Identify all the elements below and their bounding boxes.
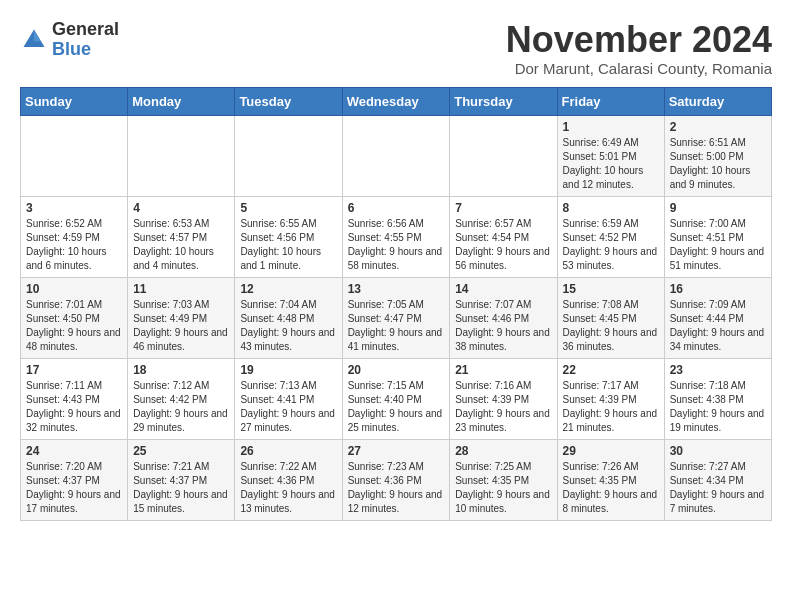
day-number: 20 (348, 363, 445, 377)
page-header: General Blue November 2024 Dor Marunt, C… (20, 20, 772, 77)
day-number: 10 (26, 282, 122, 296)
day-number: 14 (455, 282, 551, 296)
calendar-cell: 10Sunrise: 7:01 AM Sunset: 4:50 PM Dayli… (21, 277, 128, 358)
calendar-table: SundayMondayTuesdayWednesdayThursdayFrid… (20, 87, 772, 521)
calendar-week-row: 17Sunrise: 7:11 AM Sunset: 4:43 PM Dayli… (21, 358, 772, 439)
day-number: 25 (133, 444, 229, 458)
day-info: Sunrise: 7:04 AM Sunset: 4:48 PM Dayligh… (240, 298, 336, 354)
calendar-cell: 4Sunrise: 6:53 AM Sunset: 4:57 PM Daylig… (128, 196, 235, 277)
day-number: 24 (26, 444, 122, 458)
day-number: 28 (455, 444, 551, 458)
day-info: Sunrise: 6:57 AM Sunset: 4:54 PM Dayligh… (455, 217, 551, 273)
calendar-cell: 15Sunrise: 7:08 AM Sunset: 4:45 PM Dayli… (557, 277, 664, 358)
logo-icon (20, 26, 48, 54)
day-number: 11 (133, 282, 229, 296)
calendar-cell (21, 115, 128, 196)
day-info: Sunrise: 7:23 AM Sunset: 4:36 PM Dayligh… (348, 460, 445, 516)
day-info: Sunrise: 7:16 AM Sunset: 4:39 PM Dayligh… (455, 379, 551, 435)
col-header-tuesday: Tuesday (235, 87, 342, 115)
calendar-cell: 28Sunrise: 7:25 AM Sunset: 4:35 PM Dayli… (450, 439, 557, 520)
day-number: 16 (670, 282, 766, 296)
calendar-cell: 7Sunrise: 6:57 AM Sunset: 4:54 PM Daylig… (450, 196, 557, 277)
calendar-cell: 23Sunrise: 7:18 AM Sunset: 4:38 PM Dayli… (664, 358, 771, 439)
day-info: Sunrise: 7:15 AM Sunset: 4:40 PM Dayligh… (348, 379, 445, 435)
calendar-cell: 22Sunrise: 7:17 AM Sunset: 4:39 PM Dayli… (557, 358, 664, 439)
calendar-cell: 5Sunrise: 6:55 AM Sunset: 4:56 PM Daylig… (235, 196, 342, 277)
calendar-cell: 20Sunrise: 7:15 AM Sunset: 4:40 PM Dayli… (342, 358, 450, 439)
calendar-week-row: 3Sunrise: 6:52 AM Sunset: 4:59 PM Daylig… (21, 196, 772, 277)
calendar-cell: 14Sunrise: 7:07 AM Sunset: 4:46 PM Dayli… (450, 277, 557, 358)
calendar-week-row: 10Sunrise: 7:01 AM Sunset: 4:50 PM Dayli… (21, 277, 772, 358)
day-info: Sunrise: 7:20 AM Sunset: 4:37 PM Dayligh… (26, 460, 122, 516)
calendar-cell: 11Sunrise: 7:03 AM Sunset: 4:49 PM Dayli… (128, 277, 235, 358)
day-number: 9 (670, 201, 766, 215)
day-number: 30 (670, 444, 766, 458)
day-info: Sunrise: 7:26 AM Sunset: 4:35 PM Dayligh… (563, 460, 659, 516)
svg-marker-1 (34, 29, 41, 41)
day-number: 13 (348, 282, 445, 296)
day-info: Sunrise: 6:49 AM Sunset: 5:01 PM Dayligh… (563, 136, 659, 192)
day-number: 26 (240, 444, 336, 458)
day-info: Sunrise: 7:01 AM Sunset: 4:50 PM Dayligh… (26, 298, 122, 354)
day-number: 15 (563, 282, 659, 296)
calendar-cell: 19Sunrise: 7:13 AM Sunset: 4:41 PM Dayli… (235, 358, 342, 439)
day-info: Sunrise: 6:53 AM Sunset: 4:57 PM Dayligh… (133, 217, 229, 273)
calendar-cell: 16Sunrise: 7:09 AM Sunset: 4:44 PM Dayli… (664, 277, 771, 358)
day-info: Sunrise: 7:08 AM Sunset: 4:45 PM Dayligh… (563, 298, 659, 354)
day-info: Sunrise: 7:17 AM Sunset: 4:39 PM Dayligh… (563, 379, 659, 435)
calendar-cell: 2Sunrise: 6:51 AM Sunset: 5:00 PM Daylig… (664, 115, 771, 196)
calendar-cell: 25Sunrise: 7:21 AM Sunset: 4:37 PM Dayli… (128, 439, 235, 520)
calendar-cell: 9Sunrise: 7:00 AM Sunset: 4:51 PM Daylig… (664, 196, 771, 277)
day-info: Sunrise: 7:03 AM Sunset: 4:49 PM Dayligh… (133, 298, 229, 354)
day-number: 12 (240, 282, 336, 296)
day-info: Sunrise: 7:00 AM Sunset: 4:51 PM Dayligh… (670, 217, 766, 273)
day-info: Sunrise: 7:05 AM Sunset: 4:47 PM Dayligh… (348, 298, 445, 354)
day-info: Sunrise: 7:13 AM Sunset: 4:41 PM Dayligh… (240, 379, 336, 435)
day-info: Sunrise: 7:07 AM Sunset: 4:46 PM Dayligh… (455, 298, 551, 354)
title-block: November 2024 Dor Marunt, Calarasi Count… (506, 20, 772, 77)
calendar-cell: 13Sunrise: 7:05 AM Sunset: 4:47 PM Dayli… (342, 277, 450, 358)
day-info: Sunrise: 7:22 AM Sunset: 4:36 PM Dayligh… (240, 460, 336, 516)
day-info: Sunrise: 7:25 AM Sunset: 4:35 PM Dayligh… (455, 460, 551, 516)
calendar-cell (450, 115, 557, 196)
calendar-cell: 18Sunrise: 7:12 AM Sunset: 4:42 PM Dayli… (128, 358, 235, 439)
day-number: 5 (240, 201, 336, 215)
day-number: 1 (563, 120, 659, 134)
logo-blue-text: Blue (52, 40, 119, 60)
calendar-cell (128, 115, 235, 196)
calendar-header-row: SundayMondayTuesdayWednesdayThursdayFrid… (21, 87, 772, 115)
col-header-sunday: Sunday (21, 87, 128, 115)
logo: General Blue (20, 20, 119, 60)
calendar-cell: 17Sunrise: 7:11 AM Sunset: 4:43 PM Dayli… (21, 358, 128, 439)
calendar-cell: 3Sunrise: 6:52 AM Sunset: 4:59 PM Daylig… (21, 196, 128, 277)
logo-general-text: General (52, 20, 119, 40)
day-info: Sunrise: 6:59 AM Sunset: 4:52 PM Dayligh… (563, 217, 659, 273)
month-title: November 2024 (506, 20, 772, 60)
day-number: 7 (455, 201, 551, 215)
col-header-monday: Monday (128, 87, 235, 115)
calendar-cell: 29Sunrise: 7:26 AM Sunset: 4:35 PM Dayli… (557, 439, 664, 520)
calendar-cell: 6Sunrise: 6:56 AM Sunset: 4:55 PM Daylig… (342, 196, 450, 277)
day-info: Sunrise: 7:18 AM Sunset: 4:38 PM Dayligh… (670, 379, 766, 435)
day-info: Sunrise: 6:51 AM Sunset: 5:00 PM Dayligh… (670, 136, 766, 192)
day-info: Sunrise: 7:09 AM Sunset: 4:44 PM Dayligh… (670, 298, 766, 354)
calendar-week-row: 24Sunrise: 7:20 AM Sunset: 4:37 PM Dayli… (21, 439, 772, 520)
day-info: Sunrise: 6:56 AM Sunset: 4:55 PM Dayligh… (348, 217, 445, 273)
day-number: 6 (348, 201, 445, 215)
day-number: 23 (670, 363, 766, 377)
day-number: 29 (563, 444, 659, 458)
calendar-cell (235, 115, 342, 196)
day-number: 18 (133, 363, 229, 377)
day-number: 22 (563, 363, 659, 377)
calendar-cell: 24Sunrise: 7:20 AM Sunset: 4:37 PM Dayli… (21, 439, 128, 520)
day-number: 19 (240, 363, 336, 377)
day-info: Sunrise: 7:12 AM Sunset: 4:42 PM Dayligh… (133, 379, 229, 435)
col-header-thursday: Thursday (450, 87, 557, 115)
col-header-friday: Friday (557, 87, 664, 115)
location-subtitle: Dor Marunt, Calarasi County, Romania (506, 60, 772, 77)
day-number: 21 (455, 363, 551, 377)
day-number: 8 (563, 201, 659, 215)
calendar-cell: 26Sunrise: 7:22 AM Sunset: 4:36 PM Dayli… (235, 439, 342, 520)
calendar-cell: 30Sunrise: 7:27 AM Sunset: 4:34 PM Dayli… (664, 439, 771, 520)
calendar-cell: 21Sunrise: 7:16 AM Sunset: 4:39 PM Dayli… (450, 358, 557, 439)
